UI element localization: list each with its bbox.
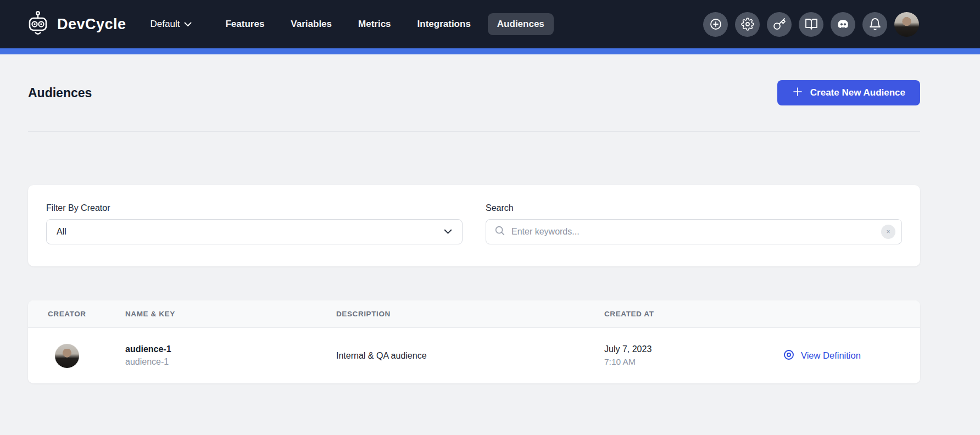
- nav-item-variables[interactable]: Variables: [281, 13, 341, 35]
- chevron-down-icon: [184, 19, 192, 30]
- navbar-actions: [703, 12, 919, 37]
- filter-card: Filter By Creator All Search ×: [28, 185, 920, 266]
- nav-item-audiences[interactable]: Audiences: [488, 13, 554, 35]
- gear-icon: [741, 18, 754, 31]
- key-icon: [773, 18, 786, 31]
- create-button-label: Create New Audience: [810, 87, 905, 98]
- created-time: 7:10 AM: [604, 357, 754, 367]
- creator-filter-group: Filter By Creator All: [46, 203, 463, 244]
- devcycle-robot-icon: [26, 10, 49, 38]
- column-header-name-key: NAME & KEY: [125, 310, 336, 318]
- search-input[interactable]: [511, 227, 876, 237]
- table-row[interactable]: audience-1 audience-1 Internal & QA audi…: [28, 328, 920, 383]
- audience-key: audience-1: [125, 357, 336, 367]
- view-definition-link[interactable]: View Definition: [783, 349, 861, 363]
- clear-search-button[interactable]: ×: [881, 225, 895, 239]
- settings-button[interactable]: [735, 12, 760, 37]
- chevron-down-icon: [444, 227, 452, 237]
- discord-icon: [836, 17, 850, 31]
- user-avatar[interactable]: [894, 12, 919, 37]
- nav-item-integrations[interactable]: Integrations: [408, 13, 480, 35]
- create-new-audience-button[interactable]: Create New Audience: [777, 80, 920, 105]
- top-navbar: DevCycle Default Features Variables Metr…: [0, 0, 980, 48]
- search-group: Search ×: [486, 203, 902, 244]
- main-content: Audiences Create New Audience Filter By …: [0, 54, 980, 383]
- column-header-creator: CREATOR: [48, 310, 125, 318]
- page-header: Audiences Create New Audience: [28, 54, 920, 132]
- create-button-nav[interactable]: [703, 12, 728, 37]
- docs-button[interactable]: [799, 12, 823, 37]
- column-header-description: DESCRIPTION: [336, 310, 604, 318]
- search-label: Search: [486, 203, 902, 213]
- api-keys-button[interactable]: [767, 12, 792, 37]
- search-box: ×: [486, 219, 902, 244]
- creator-cell: [48, 344, 125, 368]
- actions-cell: View Definition: [754, 349, 920, 363]
- table-header-row: CREATOR NAME & KEY DESCRIPTION CREATED A…: [28, 300, 920, 328]
- search-icon: [494, 225, 506, 239]
- nav-item-metrics[interactable]: Metrics: [349, 13, 400, 35]
- creator-filter-value: All: [57, 227, 66, 237]
- project-dropdown-value: Default: [151, 19, 180, 30]
- column-header-created-at: CREATED AT: [604, 310, 754, 318]
- view-definition-label: View Definition: [801, 350, 861, 361]
- name-key-cell: audience-1 audience-1: [125, 344, 336, 367]
- created-at-cell: July 7, 2023 7:10 AM: [604, 344, 754, 367]
- nav-item-features[interactable]: Features: [216, 13, 274, 35]
- notifications-button[interactable]: [862, 12, 887, 37]
- project-dropdown[interactable]: Default: [151, 19, 192, 30]
- eye-icon: [783, 349, 795, 363]
- discord-button[interactable]: [831, 12, 855, 37]
- creator-avatar: [55, 344, 79, 368]
- close-icon: ×: [886, 228, 890, 235]
- plus-circle-icon: [709, 18, 722, 31]
- audiences-table: CREATOR NAME & KEY DESCRIPTION CREATED A…: [28, 300, 920, 383]
- plus-icon: [792, 86, 803, 100]
- book-icon: [805, 18, 818, 31]
- accent-bar: [0, 48, 980, 54]
- page-title: Audiences: [28, 86, 92, 101]
- bell-icon: [868, 18, 882, 31]
- description-cell: Internal & QA audience: [336, 351, 604, 361]
- creator-filter-label: Filter By Creator: [46, 203, 463, 213]
- created-date: July 7, 2023: [604, 344, 754, 354]
- main-nav: Features Variables Metrics Integrations …: [216, 13, 553, 35]
- audience-description: Internal & QA audience: [336, 351, 427, 360]
- brand-wordmark: DevCycle: [57, 16, 126, 33]
- creator-filter-select[interactable]: All: [46, 219, 463, 244]
- brand-logo[interactable]: DevCycle: [26, 10, 126, 38]
- audience-name: audience-1: [125, 344, 336, 354]
